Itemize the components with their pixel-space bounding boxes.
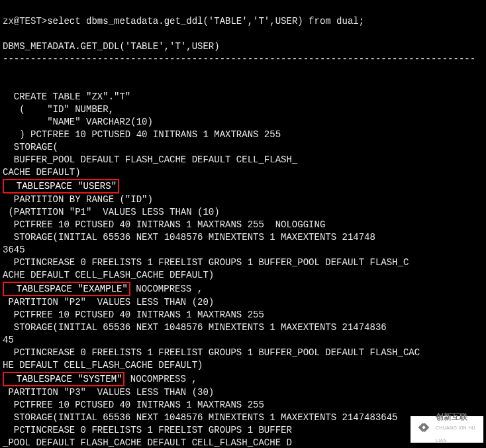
ddl-line: PCTINCREASE 0 FREELISTS 1 FREELIST GROUP… <box>3 425 292 435</box>
ddl-line: PARTITION "P2" VALUES LESS THAN (20) <box>3 297 214 308</box>
ddl-line: PCTFREE 10 PCTUSED 40 INITRANS 1 MAXTRAN… <box>3 219 325 230</box>
ddl-line: STORAGE(INITIAL 65536 NEXT 1048576 MINEX… <box>3 232 375 243</box>
ddl-line: PCTFREE 10 PCTUSED 40 INITRANS 1 MAXTRAN… <box>3 400 264 410</box>
ddl-line: _POOL DEFAULT FLASH_CACHE DEFAULT CELL_F… <box>3 437 292 448</box>
ddl-line: ( "ID" NUMBER, <box>3 104 114 115</box>
ddl-line: 45 <box>3 335 14 345</box>
watermark-subtext: CHUANG XIN HU LIAN <box>436 421 483 447</box>
ddl-line: BUFFER_POOL DEFAULT FLASH_CACHE DEFAULT … <box>3 154 297 165</box>
prompt-user-host: zx@TEST> <box>3 16 47 27</box>
ddl-line: HE DEFAULT CELL_FLASH_CACHE DEFAULT) <box>3 360 203 370</box>
ddl-line: STORAGE(INITIAL 65536 NEXT 1048576 MINEX… <box>3 322 387 333</box>
ddl-line: STORAGE( <box>3 142 58 152</box>
highlight-tablespace-users: TABLESPACE "USERS" <box>3 179 119 194</box>
ddl-line: "NAME" VARCHAR2(10) <box>3 117 153 127</box>
prompt-line[interactable]: zx@TEST>select dbms_metadata.get_ddl('TA… <box>3 16 364 27</box>
ddl-line: NOCOMPRESS , <box>130 284 203 294</box>
ddl-line: PARTITION BY RANGE ("ID") <box>3 194 153 205</box>
column-header: DBMS_METADATA.GET_DDL('TABLE','T',USER) <box>3 41 220 52</box>
ddl-line: CREATE TABLE "ZX"."T" <box>3 91 130 102</box>
highlight-tablespace-system: TABLESPACE "SYSTEM" <box>3 372 124 386</box>
watermark-icon <box>414 418 433 441</box>
ddl-line: PARTITION "P3" VALUES LESS THAN (30) <box>3 387 214 398</box>
header-dashline: ----------------------------------------… <box>3 54 475 64</box>
ddl-line: 3645 <box>3 245 25 255</box>
ddl-line: (PARTITION "P1" VALUES LESS THAN (10) <box>3 207 220 217</box>
ddl-line: PCTINCREASE 0 FREELISTS 1 FREELIST GROUP… <box>3 257 409 268</box>
terminal-output: zx@TEST>select dbms_metadata.get_ddl('TA… <box>0 0 486 448</box>
ddl-line: PCTINCREASE 0 FREELISTS 1 FREELIST GROUP… <box>3 347 420 358</box>
ddl-line: CACHE DEFAULT) <box>3 167 81 178</box>
ddl-line: PCTFREE 10 PCTUSED 40 INITRANS 1 MAXTRAN… <box>3 309 264 320</box>
ddl-line: STORAGE(INITIAL 65536 NEXT 1048576 MINEX… <box>3 412 398 423</box>
ddl-line: ) PCTFREE 10 PCTUSED 40 INITRANS 1 MAXTR… <box>3 129 281 140</box>
ddl-line: ACHE DEFAULT CELL_FLASH_CACHE DEFAULT) <box>3 270 214 280</box>
sql-command: select dbms_metadata.get_ddl('TABLE','T'… <box>47 16 364 27</box>
ddl-line: NOCOMPRESS , <box>124 374 197 384</box>
highlight-tablespace-example: TABLESPACE "EXAMPLE" <box>3 282 130 296</box>
watermark-brand: 创新互联 <box>436 412 483 421</box>
watermark-logo: 创新互联 CHUANG XIN HU LIAN <box>411 416 483 443</box>
